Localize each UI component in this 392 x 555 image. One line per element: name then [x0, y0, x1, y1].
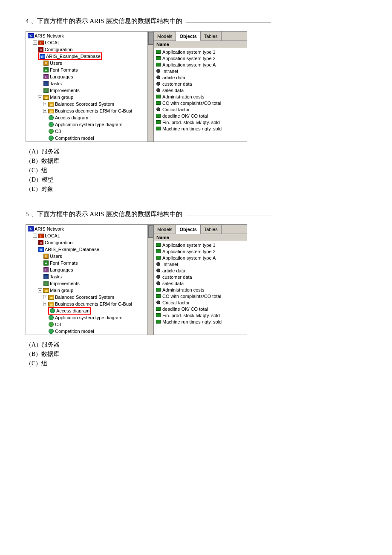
tree-item-business-5: + 📁 Business documents ERM for C-Busi	[28, 301, 147, 307]
tab-objects-5[interactable]: Objects	[176, 225, 200, 234]
q4-answer-b: （B）数据库	[26, 157, 366, 165]
expander-business[interactable]: +	[43, 109, 47, 113]
question-4: 4 、下面方框中的表示 ARIS 层次信息的数据库结构中的 A ARIS Net…	[26, 17, 366, 193]
tree-item-config-5: ⚙ Configuration	[28, 239, 147, 246]
obj-app-sys-a-5: Application system type A	[154, 254, 247, 261]
obj-label: Intranet	[162, 262, 178, 267]
tree-label: ARIS_Example_Database	[45, 247, 99, 252]
question-4-title: 4 、下面方框中的表示 ARIS 层次信息的数据库结构中的	[26, 17, 366, 25]
tab-tables-5[interactable]: Tables	[201, 225, 222, 234]
obj-label: Machine run times / qty. sold	[162, 319, 222, 324]
font-icon: A	[43, 67, 49, 73]
tab-tables[interactable]: Tables	[201, 32, 222, 40]
tree-label: LOCAL	[45, 40, 60, 45]
tab-models-5[interactable]: Models	[154, 225, 176, 234]
obj-label: article data	[162, 268, 185, 273]
tree-label: ARIS Network	[35, 33, 64, 38]
users-icon-5: U	[43, 253, 49, 259]
tree-scrollbar[interactable]	[147, 32, 153, 142]
obj-icon-green-5	[156, 249, 161, 254]
page-content: 4 、下面方框中的表示 ARIS 层次信息的数据库结构中的 A ARIS Net…	[26, 17, 366, 367]
lang-icon: L	[43, 74, 49, 80]
tab-models[interactable]: Models	[154, 32, 176, 40]
q5-tree-content: A ARIS Network − L LOCAL	[26, 225, 147, 335]
obj-label: article data	[162, 75, 185, 80]
tree-item-font-formats: A Font Formats	[28, 66, 147, 73]
q4-answer-blank	[186, 23, 271, 23]
obj-icon-circle-5	[156, 300, 161, 305]
q5-tree-pane: A ARIS Network − L LOCAL	[26, 225, 154, 335]
q5-objects-pane: Models Objects Tables Name Application s…	[154, 225, 247, 335]
obj-app-sys-1-5: Application system type 1	[154, 242, 247, 248]
obj-intranet: Intranet	[154, 68, 247, 74]
tree-item-main-group-5: − 📁 Main group	[28, 287, 147, 294]
tree-label: Balanced Scorecard System	[55, 101, 114, 107]
tree-scrollbar-5[interactable]	[147, 225, 153, 335]
q4-aris-panel: A ARIS Network − L LOCAL	[26, 31, 247, 142]
obj-fin-5: Fin. prod. stock lvl/ qty. sold	[154, 312, 247, 318]
tree-scroll-thumb[interactable]	[148, 32, 153, 45]
obj-label: Machine run times / qty. sold	[162, 126, 222, 131]
expander-local[interactable]: −	[33, 40, 37, 45]
obj-label: Administration costs	[162, 287, 204, 292]
config-icon: ⚙	[38, 46, 44, 52]
tree-label: Balanced Scorecard System	[55, 295, 114, 300]
q5-text: 、下面方框中的表示 ARIS 层次信息的数据库结构中的	[31, 210, 183, 218]
expander-main-group[interactable]: −	[38, 95, 42, 99]
obj-label: Application system type 1	[162, 49, 216, 55]
obj-icon-circle-5	[156, 275, 161, 280]
expander-balanced[interactable]: +	[43, 102, 47, 106]
obj-label: customer data	[162, 81, 192, 87]
tab-objects[interactable]: Objects	[176, 32, 200, 41]
tree-label: Font Formats	[50, 67, 78, 72]
tree-label: Tasks	[50, 81, 62, 86]
tree-label: Business documents ERM for C-Busi	[55, 108, 132, 113]
expander-business-5[interactable]: +	[43, 302, 47, 306]
q4-tab-bar: Models Objects Tables	[154, 32, 247, 41]
expander-balanced-5[interactable]: +	[43, 295, 47, 299]
obj-icon-green	[156, 101, 161, 106]
tree-label: Access diagram	[56, 308, 89, 313]
tree-item-local: − L LOCAL	[28, 39, 147, 46]
obj-label: Application system type A	[162, 255, 216, 260]
q5-answer-blank	[186, 216, 271, 216]
tree-scroll-thumb-5[interactable]	[148, 225, 153, 238]
tree-label: Competition model	[55, 136, 94, 141]
q4-text: 、下面方框中的表示 ARIS 层次信息的数据库结构中的	[31, 17, 183, 25]
obj-label: Critical factor	[162, 300, 190, 305]
obj-icon-green	[156, 49, 161, 55]
obj-deadline-5: deadline OK/ CO total	[154, 306, 247, 312]
q5-answer-c: （C）组	[26, 360, 366, 367]
tree-label: Users	[50, 254, 62, 259]
tree-item-app-sys-diagram: Application system type diagram	[28, 121, 147, 128]
obj-label: Application system type 2	[162, 249, 216, 254]
tree-item-balanced: + 📁 Balanced Scorecard System	[28, 101, 147, 107]
obj-icon-green	[156, 94, 161, 99]
obj-icon-green-5	[156, 294, 161, 299]
tree-label: LOCAL	[45, 233, 60, 238]
tree-item-c3: C3	[28, 128, 147, 135]
folder-icon: 📁	[48, 101, 54, 107]
tree-label: Main group	[50, 288, 73, 293]
tasks-icon-5: T	[43, 274, 49, 280]
expander-local-5[interactable]: −	[33, 234, 37, 238]
tree-label: Font Formats	[50, 260, 78, 266]
obj-icon-green	[156, 62, 161, 67]
obj-icon-circle-5	[156, 281, 161, 286]
q5-objects-header: Name	[154, 234, 247, 241]
q4-answer-a: （A）服务器	[26, 148, 366, 156]
tree-label: C3	[55, 129, 61, 134]
q5-answer-a: （A）服务器	[26, 341, 366, 349]
expander-main-group-5[interactable]: −	[38, 288, 42, 292]
local-icon: L	[38, 40, 44, 46]
obj-icon-green	[156, 113, 161, 119]
obj-icon-green-5	[156, 255, 161, 260]
obj-icon-circle	[156, 75, 161, 80]
c3-icon-5	[48, 321, 54, 327]
c3-icon	[48, 128, 54, 134]
tasks-icon: T	[43, 81, 49, 87]
tree-item-improve-5: I Improvements	[28, 280, 147, 287]
obj-app-sys-a: Application system type A	[154, 61, 247, 68]
tree-label: Improvements	[50, 281, 80, 286]
obj-admin-costs: Administration costs	[154, 93, 247, 100]
